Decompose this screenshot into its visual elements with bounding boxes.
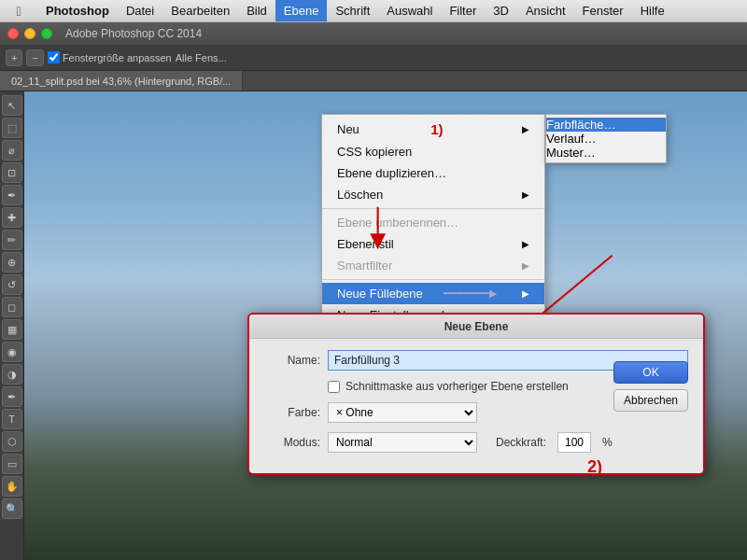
maximize-button[interactable] [41, 28, 52, 39]
name-label: Name: [264, 354, 320, 367]
menu-item-smartfilter: Smartfilter ▶ [322, 255, 544, 276]
minimize-button[interactable] [24, 28, 35, 39]
select-tool[interactable]: ⬚ [2, 118, 22, 138]
opacity-value-container [557, 432, 591, 453]
zoom-out-btn[interactable]: − [26, 49, 43, 66]
lasso-tool[interactable]: ⌀ [2, 140, 22, 161]
fit-checkbox[interactable] [48, 51, 60, 63]
move-tool[interactable]: ↖ [2, 95, 22, 116]
neue-ebene-dialog: Neue Ebene Name: Schnittmaske aus vorher… [247, 313, 705, 475]
opacity-label: Deckkraft: [496, 436, 546, 449]
opacity-input[interactable] [557, 432, 591, 453]
apple-menu[interactable]:  [0, 4, 37, 19]
mode-opacity-row: Modus: Normal Deckkraft: % [264, 432, 688, 453]
fuellebene-arrow: ▶ [522, 288, 529, 299]
menu-hilfe[interactable]: Hilfe [632, 0, 673, 21]
clone-tool[interactable]: ⊕ [2, 252, 22, 273]
color-select[interactable]: × Ohne [328, 402, 477, 423]
ps-toolbar: + − Fenstergröße anpassen Alle Fens... [0, 45, 747, 71]
eyedropper-tool[interactable]: ✒ [2, 185, 22, 205]
text-tool[interactable]: T [2, 409, 22, 429]
sep-1 [322, 208, 544, 209]
fuellebene-submenu: Farbfläche… Verlauf… Muster… [545, 114, 667, 163]
ps-titlebar: Adobe Photoshop CC 2014 [0, 22, 747, 45]
annotation-1: 1) [430, 121, 443, 137]
dialog-titlebar: Neue Ebene [249, 315, 703, 339]
opacity-unit: % [602, 436, 613, 449]
close-button[interactable] [7, 28, 19, 39]
menu-schrift[interactable]: Schrift [327, 0, 378, 21]
history-tool[interactable]: ↺ [2, 274, 22, 295]
highlighted-arrow: ━━━━━━━▶ [444, 287, 497, 300]
path-tool[interactable]: ⬡ [2, 431, 22, 452]
mode-label: Modus: [264, 436, 320, 449]
eraser-tool[interactable]: ◻ [2, 297, 22, 317]
hand-tool[interactable]: ✋ [2, 476, 22, 497]
mac-menubar:  Photoshop Datei Bearbeiten Bild Ebene … [0, 0, 747, 22]
smart-arrow: ▶ [522, 260, 529, 271]
delete-arrow: ▶ [522, 189, 529, 200]
shape-tool[interactable]: ▭ [2, 454, 22, 474]
menu-ansicht[interactable]: Ansicht [517, 0, 574, 21]
clip-checkbox[interactable] [328, 381, 340, 393]
zoom-in-btn[interactable]: + [6, 49, 22, 66]
dodge-tool[interactable]: ◑ [2, 364, 22, 385]
fit-label: Fenstergröße anpassen [63, 52, 172, 63]
pen-tool[interactable]: ✒ [2, 386, 22, 407]
crop-tool[interactable]: ⊡ [2, 162, 22, 183]
menu-bild[interactable]: Bild [238, 0, 275, 21]
menu-item-css[interactable]: CSS kopieren [322, 141, 544, 162]
menu-photoshop[interactable]: Photoshop [37, 0, 118, 21]
photoshop-window: Adobe Photoshop CC 2014 + − Fenstergröße… [0, 22, 747, 560]
dialog-title: Neue Ebene [444, 320, 509, 333]
menu-items-container: Photoshop Datei Bearbeiten Bild Ebene Sc… [37, 0, 673, 21]
submenu-farbflaeche[interactable]: Farbfläche… [546, 118, 666, 132]
left-toolpanel: ↖ ⬚ ⌀ ⊡ ✒ ✚ ✏ ⊕ ↺ ◻ ▦ ◉ ◑ ✒ T ⬡ ▭ ✋ 🔍 [0, 91, 24, 560]
cancel-button[interactable]: Abbrechen [613, 389, 688, 412]
submenu-muster[interactable]: Muster… [546, 146, 666, 160]
gradient-tool[interactable]: ▦ [2, 319, 22, 340]
annotation-2: 2) [587, 457, 602, 477]
menu-filter[interactable]: Filter [441, 0, 485, 21]
menu-item-rename: Ebene umbenennen… [322, 212, 544, 233]
menu-ebene[interactable]: Ebene [275, 0, 328, 21]
window-title: Adobe Photoshop CC 2014 [65, 27, 202, 40]
clip-label: Schnittmaske aus vorheriger Ebene erstel… [345, 380, 569, 393]
blur-tool[interactable]: ◉ [2, 342, 22, 362]
ok-button[interactable]: OK [613, 361, 688, 384]
menu-datei[interactable]: Datei [118, 0, 162, 21]
menu-fenster[interactable]: Fenster [574, 0, 632, 21]
doc-tab[interactable]: 02_11_split.psd bei 43,6% (Hintergrund, … [0, 71, 243, 91]
fit-checkbox-label: Fenstergröße anpassen [48, 51, 172, 63]
mode-select[interactable]: Normal [328, 432, 477, 453]
style-arrow: ▶ [522, 239, 529, 249]
submenu-arrow: ▶ [522, 124, 529, 134]
brush-tool[interactable]: ✏ [2, 230, 22, 250]
color-label: Farbe: [264, 406, 320, 419]
healing-tool[interactable]: ✚ [2, 207, 22, 228]
menu-item-duplicate[interactable]: Ebene duplizieren… [322, 162, 544, 184]
menu-item-fuellebene[interactable]: Neue Füllebene ━━━━━━━▶ ▶ [322, 283, 544, 304]
menu-bearbeiten[interactable]: Bearbeiten [162, 0, 238, 21]
zoom-tool[interactable]: 🔍 [2, 498, 22, 519]
sep-2 [322, 279, 544, 280]
menu-3d[interactable]: 3D [485, 0, 517, 21]
dialog-buttons: OK Abbrechen [613, 361, 688, 412]
submenu-verlauf[interactable]: Verlauf… [546, 132, 666, 146]
menu-auswahl[interactable]: Auswahl [378, 0, 441, 21]
menu-item-style[interactable]: Ebenenstil ▶ [322, 233, 544, 255]
menu-item-delete[interactable]: Löschen ▶ [322, 184, 544, 205]
tab-row: 02_11_split.psd bei 43,6% (Hintergrund, … [0, 71, 747, 91]
menu-item-neu[interactable]: Neu 1) ▶ [322, 118, 544, 141]
all-windows-label: Alle Fens... [176, 52, 227, 63]
